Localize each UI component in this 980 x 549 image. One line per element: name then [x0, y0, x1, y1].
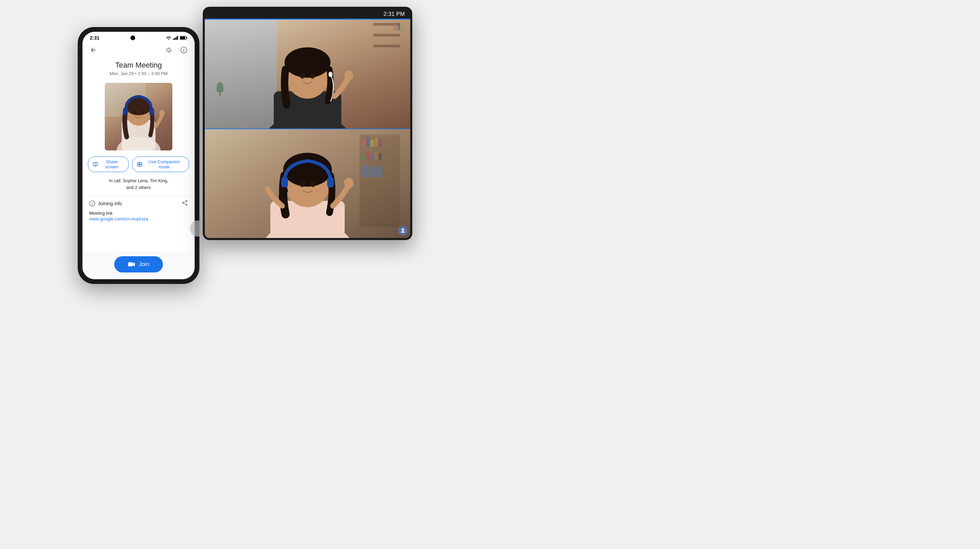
shelf-area — [373, 23, 404, 64]
svg-point-34 — [328, 72, 332, 77]
participant-icon-overlay — [398, 226, 407, 235]
participant-section — [83, 80, 195, 153]
tablet-time: 2:31 PM — [383, 11, 405, 18]
participant-overlay-icon — [400, 228, 406, 233]
top-nav — [83, 42, 195, 58]
sound-button[interactable] — [164, 45, 174, 56]
share-screen-button[interactable]: Share screen — [88, 156, 129, 172]
tablet-screen: 2:31 PM — [205, 9, 410, 238]
camera-notch — [130, 35, 135, 40]
battery-icon — [180, 36, 187, 40]
svg-point-33 — [305, 83, 310, 85]
meeting-datetime: Mon, Jan 29 • 2:30 – 3:00 PM — [88, 71, 189, 76]
svg-point-11 — [133, 111, 136, 115]
phone-shell: 2:31 — [78, 27, 199, 284]
video-grid — [205, 20, 410, 238]
in-call-info: In call: Sophie Lena, Tim King, and 2 ot… — [83, 175, 195, 193]
status-icons — [166, 36, 187, 40]
share-info-button[interactable] — [182, 200, 188, 207]
svg-point-22 — [186, 201, 187, 202]
svg-point-44 — [310, 181, 316, 187]
svg-point-43 — [299, 181, 305, 187]
svg-rect-25 — [128, 263, 133, 266]
svg-rect-42 — [327, 177, 334, 187]
signal-icon — [173, 36, 178, 40]
tablet-shell: 2:31 PM — [203, 7, 412, 240]
person-bottom-video — [243, 133, 372, 238]
back-arrow-icon — [90, 47, 97, 53]
back-button[interactable] — [88, 45, 99, 56]
svg-point-32 — [310, 73, 315, 79]
sound-icon — [165, 46, 173, 54]
action-buttons: Share screen Use Companion mode — [83, 153, 195, 175]
joining-info-label: Joining info — [98, 201, 122, 206]
svg-rect-15 — [94, 163, 97, 165]
in-call-participants: Sophie Lena, Tim King, — [123, 178, 168, 183]
svg-rect-41 — [281, 177, 288, 187]
svg-rect-17 — [140, 162, 142, 164]
joining-info-header: Joining info — [89, 200, 188, 207]
info-icon — [180, 46, 188, 54]
joining-info-title: Joining info — [89, 201, 122, 207]
svg-point-23 — [183, 202, 184, 204]
tablet-status-bar: 2:31 PM — [205, 9, 410, 20]
in-call-others: and 2 others — [126, 185, 151, 190]
svg-rect-19 — [140, 164, 142, 166]
video-cell-bottom — [205, 129, 410, 238]
join-button[interactable]: Join — [114, 256, 162, 272]
companion-mode-label: Use Companion mode — [144, 159, 184, 169]
svg-rect-2 — [186, 37, 187, 39]
phone-time: 2:31 — [90, 35, 99, 41]
meeting-link-label: Meeting link — [89, 211, 188, 216]
in-call-label: In call: — [109, 178, 122, 183]
phone-screen: 2:31 — [83, 32, 195, 279]
status-bar: 2:31 — [83, 32, 195, 42]
person-top-video — [247, 30, 368, 129]
person-silhouette-mobile — [111, 83, 165, 150]
svg-point-4 — [183, 49, 184, 49]
svg-point-24 — [186, 204, 187, 205]
svg-point-31 — [300, 73, 305, 79]
phone-mockup: 2:31 — [78, 27, 199, 284]
companion-icon — [137, 162, 142, 167]
share-icon — [182, 200, 188, 206]
nav-icons — [164, 45, 189, 56]
participant-photo — [105, 83, 172, 150]
plant-icon — [215, 82, 225, 95]
video-cell-top — [205, 20, 410, 129]
wifi-icon — [166, 36, 171, 40]
companion-mode-button[interactable]: Use Companion mode — [132, 156, 189, 172]
svg-rect-18 — [138, 164, 140, 166]
svg-rect-10 — [150, 108, 154, 115]
join-button-label: Join — [138, 261, 149, 268]
join-area: Join — [83, 251, 195, 279]
video-camera-icon — [128, 261, 135, 267]
share-screen-icon — [93, 162, 98, 167]
meeting-info: Team Meeting Mon, Jan 29 • 2:30 – 3:00 P… — [83, 58, 195, 80]
svg-point-35 — [344, 70, 353, 80]
svg-point-13 — [159, 110, 165, 117]
svg-rect-16 — [138, 162, 140, 164]
svg-rect-1 — [180, 37, 185, 39]
svg-point-12 — [141, 111, 144, 115]
info-circle-icon — [89, 201, 95, 207]
meeting-title: Team Meeting — [88, 61, 189, 70]
svg-point-45 — [344, 178, 353, 189]
info-button[interactable] — [178, 45, 189, 56]
svg-point-30 — [285, 47, 331, 78]
svg-point-46 — [402, 229, 404, 231]
joining-info-section: Joining info Meeting link meet.google.co… — [83, 196, 195, 226]
meeting-link-url: meet.google.com/tzn-msjd-tza — [89, 216, 188, 221]
svg-rect-9 — [123, 108, 128, 115]
tablet-mockup: 2:31 PM — [203, 7, 412, 240]
share-screen-label: Share screen — [100, 159, 124, 169]
